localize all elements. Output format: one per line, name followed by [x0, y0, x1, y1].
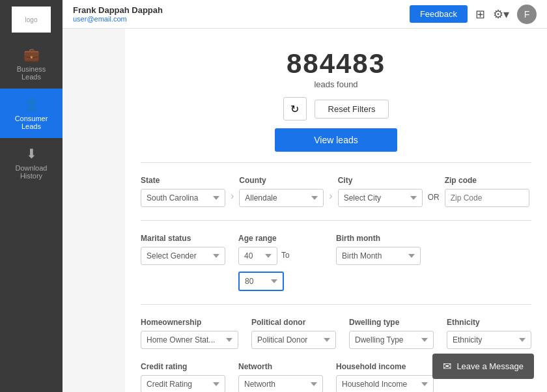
business-leads-icon: 💼 — [23, 47, 40, 63]
birth-month-filter-group: Birth month Birth Month — [336, 234, 421, 265]
credit-rating-select[interactable]: Credit Rating — [141, 375, 225, 392]
sidebar-item-business-leads[interactable]: 💼 Business Leads — [0, 39, 63, 89]
dwelling-type-select[interactable]: Dwelling Type — [349, 331, 434, 349]
credit-rating-label: Credit rating — [141, 362, 225, 371]
sidebar-logo: logo — [12, 7, 51, 33]
grid-icon[interactable]: ⊞ — [475, 7, 485, 21]
political-donor-filter-group: Political donor Political Donor — [251, 318, 336, 349]
refresh-icon: ↻ — [290, 103, 299, 115]
sidebar: logo 💼 Business Leads 👤 Consumer Leads ⬇… — [0, 0, 63, 392]
gear-icon[interactable]: ⚙▾ — [493, 7, 509, 21]
marital-select[interactable]: Select Gender — [141, 247, 225, 265]
main-content: 884483 leads found ↻ Reset Filters View … — [125, 29, 547, 392]
topbar: Frank Dappah Dappah user@email.com Feedb… — [63, 0, 547, 29]
marital-label: Marital status — [141, 234, 225, 243]
household-income-label: Household income — [336, 362, 434, 371]
leave-message-button[interactable]: ✉ Leave a Message — [432, 354, 534, 379]
reset-filters-button[interactable]: Reset Filters — [315, 100, 389, 119]
sidebar-item-label: Consumer Leads — [15, 115, 48, 130]
homeownership-select[interactable]: Home Owner Stat... — [141, 331, 238, 349]
sidebar-item-consumer-leads[interactable]: 👤 Consumer Leads — [0, 89, 63, 138]
topbar-right: Feedback ⊞ ⚙▾ F — [410, 5, 537, 24]
sidebar-item-download-history[interactable]: ⬇ Download History — [0, 138, 63, 188]
dwelling-type-label: Dwelling type — [349, 318, 434, 327]
arrow-icon-1: › — [231, 190, 234, 202]
sidebar-item-label: Business Leads — [17, 65, 46, 81]
financial-row-1: Homeownership Home Owner Stat... Politic… — [141, 318, 531, 349]
user-name: Frank Dappah Dappah — [73, 5, 163, 15]
networth-select[interactable]: Networth — [238, 375, 323, 392]
zipcode-filter-group: Zip code — [445, 176, 529, 207]
leave-message-label: Leave a Message — [456, 361, 524, 371]
zipcode-label: Zip code — [445, 176, 529, 185]
to-label: To — [281, 251, 290, 260]
city-select[interactable]: Select City — [338, 189, 423, 207]
political-donor-label: Political donor — [251, 318, 336, 327]
zipcode-input[interactable] — [445, 189, 529, 207]
download-history-icon: ⬇ — [26, 146, 37, 161]
age-to-select[interactable]: 80 — [238, 272, 284, 291]
county-label: County — [239, 176, 324, 185]
homeownership-filter-group: Homeownership Home Owner Stat... — [141, 318, 238, 349]
arrow-icon-2: › — [329, 190, 332, 202]
age-range-filter-group: Age range 40 To 80 — [238, 234, 323, 291]
state-select[interactable]: South Carolina — [141, 189, 225, 207]
city-label: City — [338, 176, 423, 185]
hero-controls: ↻ Reset Filters — [141, 97, 531, 120]
political-donor-select[interactable]: Political Donor — [251, 331, 336, 349]
topbar-user: Frank Dappah Dappah user@email.com — [73, 5, 163, 23]
age-from-select[interactable]: 40 — [238, 247, 277, 265]
location-row: State South Carolina › County Allendale … — [141, 176, 531, 207]
view-leads-button[interactable]: View leads — [275, 128, 397, 152]
user-email[interactable]: user@email.com — [73, 15, 163, 23]
location-filter-section: State South Carolina › County Allendale … — [141, 163, 531, 221]
county-select[interactable]: Allendale — [239, 189, 324, 207]
birth-month-select[interactable]: Birth Month — [336, 247, 421, 265]
or-label: OR — [428, 193, 440, 202]
homeownership-label: Homeownership — [141, 318, 238, 327]
ethnicity-label: Ethnicity — [447, 318, 531, 327]
state-label: State — [141, 176, 225, 185]
hero-section: 884483 leads found ↻ Reset Filters View … — [141, 42, 531, 163]
household-income-filter-group: Household income Household Income — [336, 362, 434, 392]
leads-count: 884483 — [141, 48, 531, 79]
refresh-button[interactable]: ↻ — [283, 97, 307, 120]
demographics-filter-section: Marital status Select Gender Age range 4… — [141, 221, 531, 305]
sidebar-item-label: Download History — [16, 164, 48, 180]
avatar[interactable]: F — [517, 5, 537, 24]
state-filter-group: State South Carolina — [141, 176, 225, 207]
marital-filter-group: Marital status Select Gender — [141, 234, 225, 265]
county-filter-group: County Allendale — [239, 176, 324, 207]
age-range-label: Age range — [238, 234, 323, 243]
age-range-row: 40 To — [238, 247, 323, 265]
leave-message-icon: ✉ — [443, 360, 451, 372]
consumer-leads-icon: 👤 — [23, 96, 40, 112]
ethnicity-filter-group: Ethnicity Ethnicity — [447, 318, 531, 349]
feedback-button[interactable]: Feedback — [410, 5, 468, 23]
household-income-select[interactable]: Household Income — [336, 375, 434, 392]
leads-found: leads found — [141, 79, 531, 89]
ethnicity-select[interactable]: Ethnicity — [447, 331, 531, 349]
credit-rating-filter-group: Credit rating Credit Rating — [141, 362, 225, 392]
dwelling-type-filter-group: Dwelling type Dwelling Type — [349, 318, 434, 349]
birth-month-label: Birth month — [336, 234, 421, 243]
demographics-row: Marital status Select Gender Age range 4… — [141, 234, 531, 291]
networth-filter-group: Networth Networth — [238, 362, 323, 392]
networth-label: Networth — [238, 362, 323, 371]
city-filter-group: City Select City — [338, 176, 423, 207]
